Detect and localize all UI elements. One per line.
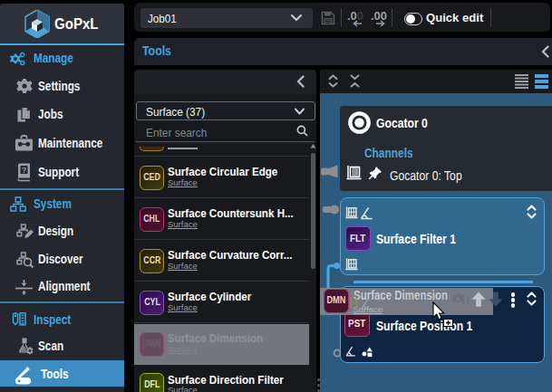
- svg-text:?: ?: [22, 166, 27, 175]
